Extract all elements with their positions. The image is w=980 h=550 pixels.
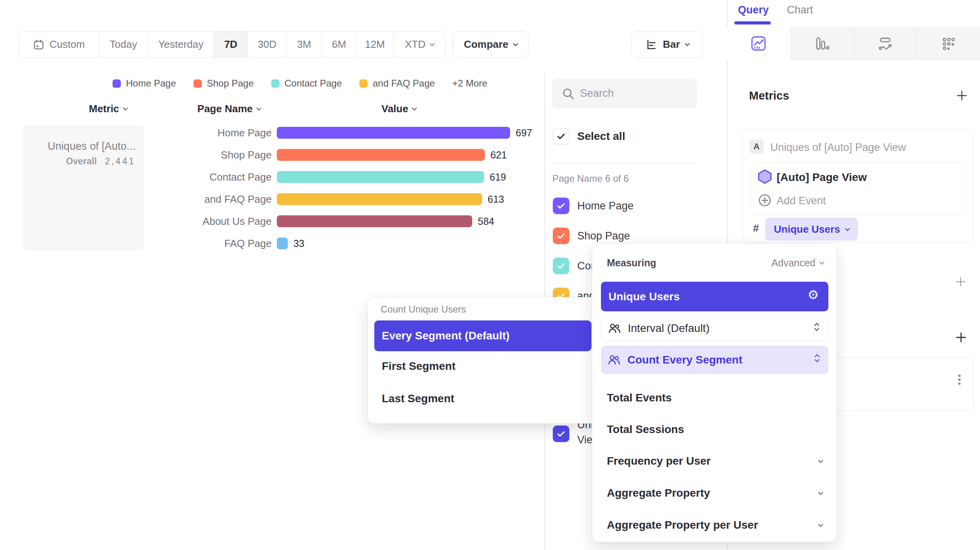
measurement-chip[interactable]: Unique Users bbox=[765, 218, 858, 241]
option-aggregate-property[interactable]: Aggregate Property bbox=[607, 487, 822, 499]
tab-chart[interactable]: Chart bbox=[787, 4, 813, 16]
metric-overall: Overall 2,441 bbox=[66, 156, 135, 167]
chart-bar[interactable] bbox=[277, 215, 472, 227]
checkbox-checked[interactable] bbox=[553, 228, 569, 244]
bar-row: Home Page 697 bbox=[166, 124, 532, 141]
bar-chart-icon bbox=[813, 35, 831, 52]
search-box bbox=[552, 79, 697, 108]
active-tab-indicator bbox=[734, 21, 771, 24]
measuring-dropdown: Measuring Advanced Unique Users ⚙ Interv… bbox=[592, 243, 837, 542]
option-unique-users[interactable]: Unique Users ⚙ bbox=[601, 282, 828, 311]
chart-bar[interactable] bbox=[277, 171, 484, 183]
bar-value: 697 bbox=[516, 127, 532, 139]
kebab-menu-icon[interactable] bbox=[958, 373, 961, 386]
date-range-today[interactable]: Today bbox=[99, 32, 148, 57]
date-range-xtd[interactable]: XTD bbox=[394, 32, 445, 57]
date-range-custom[interactable]: Custom bbox=[19, 32, 99, 57]
option-aggregate-property-per-user[interactable]: Aggregate Property per User bbox=[607, 519, 822, 531]
dropdown-title: Count Unique Users bbox=[381, 304, 466, 315]
option-frequency-per-user[interactable]: Frequency per User bbox=[607, 455, 822, 467]
chevron-down-icon bbox=[819, 260, 824, 265]
legend-swatch bbox=[271, 79, 280, 88]
select-all-checkbox[interactable] bbox=[553, 128, 569, 145]
date-range-label: Custom bbox=[49, 38, 85, 51]
date-range-30d[interactable]: 30D bbox=[248, 32, 287, 57]
checkbox-checked[interactable] bbox=[553, 198, 569, 214]
stepper-icon bbox=[815, 324, 819, 332]
column-header-page-name[interactable]: Page Name bbox=[170, 103, 261, 115]
legend-item[interactable]: Contact Page bbox=[271, 78, 342, 89]
filter-item-home-page[interactable]: Home Page bbox=[553, 198, 634, 214]
date-range-yesterday[interactable]: Yesterday bbox=[148, 32, 214, 57]
bar-value: 584 bbox=[478, 216, 494, 227]
chevron-down-icon bbox=[818, 458, 823, 463]
legend-more[interactable]: +2 More bbox=[452, 78, 487, 89]
compare-button[interactable]: Compare bbox=[452, 31, 529, 58]
add-metric-button[interactable] bbox=[956, 89, 968, 102]
chevron-down-icon bbox=[818, 522, 823, 527]
metric-summary-card[interactable]: Uniques of [Auto... Overall 2,441 bbox=[23, 125, 144, 251]
insights-line-chart-icon bbox=[750, 35, 767, 52]
check-icon bbox=[556, 429, 566, 439]
date-range-12m[interactable]: 12M bbox=[357, 32, 394, 57]
option-count-every-segment[interactable]: Count Every Segment bbox=[601, 346, 828, 374]
gear-icon[interactable]: ⚙ bbox=[807, 288, 819, 301]
option-first-segment[interactable]: First Segment bbox=[382, 360, 456, 373]
sort-chevron-icon bbox=[123, 105, 128, 111]
column-header-metric[interactable]: Metric bbox=[89, 103, 127, 115]
legend-item[interactable]: Home Page bbox=[113, 78, 176, 89]
checkbox-checked[interactable] bbox=[553, 426, 569, 442]
legend-swatch bbox=[113, 79, 121, 88]
chart-type-tab-insights[interactable] bbox=[727, 27, 790, 60]
column-header-value[interactable]: Value bbox=[381, 103, 416, 115]
bar-value: 33 bbox=[293, 238, 304, 249]
users-icon bbox=[608, 322, 621, 335]
legend-item[interactable]: and FAQ Page bbox=[359, 78, 435, 89]
option-total-events[interactable]: Total Events bbox=[607, 392, 672, 404]
segment-count-dropdown: Count Unique Users Every Segment (Defaul… bbox=[368, 297, 597, 424]
chart-legend: Home Page Shop Page Contact Page and FAQ… bbox=[113, 78, 487, 89]
date-range-toolbar: Custom Today Yesterday 7D 30D 3M 6M 12M … bbox=[19, 31, 445, 58]
option-interval[interactable]: Interval (Default) bbox=[601, 316, 828, 341]
chart-bar[interactable] bbox=[277, 237, 288, 249]
chart-bar[interactable] bbox=[277, 127, 510, 139]
option-total-sessions[interactable]: Total Sessions bbox=[607, 423, 684, 436]
filter-item-shop-page[interactable]: Shop Page bbox=[553, 228, 630, 244]
metrics-card: A Uniques of [Auto] Page View [Auto] Pag… bbox=[742, 130, 974, 243]
event-box: [Auto] Page View Add Event bbox=[750, 162, 966, 215]
advanced-toggle[interactable]: Advanced bbox=[772, 257, 824, 269]
filter-item-truncated[interactable] bbox=[553, 426, 569, 442]
add-breakdown-button[interactable] bbox=[955, 331, 967, 344]
date-range-7d[interactable]: 7D bbox=[214, 32, 248, 57]
chart-type-button[interactable]: Bar bbox=[631, 31, 702, 58]
filter-section-label: Page Name 6 of 6 bbox=[552, 173, 629, 184]
add-filter-button[interactable] bbox=[955, 276, 967, 288]
metrics-heading: Metrics bbox=[749, 89, 789, 102]
legend-swatch bbox=[193, 79, 202, 88]
sort-chevron-icon bbox=[412, 105, 417, 111]
option-every-segment[interactable]: Every Segment (Default) bbox=[374, 320, 591, 351]
date-range-3m[interactable]: 3M bbox=[287, 32, 322, 57]
tab-query[interactable]: Query bbox=[738, 4, 769, 16]
bar-row: Shop Page 621 bbox=[166, 146, 507, 164]
bar-value: 619 bbox=[490, 171, 506, 183]
check-icon bbox=[556, 201, 566, 211]
chart-bar[interactable] bbox=[277, 149, 485, 161]
event-name[interactable]: [Auto] Page View bbox=[777, 171, 867, 184]
chart-type-tab-funnels[interactable] bbox=[790, 27, 853, 60]
chart-bar[interactable] bbox=[277, 193, 482, 205]
add-event-button[interactable]: Add Event bbox=[777, 195, 826, 207]
sort-chevron-icon bbox=[256, 105, 261, 111]
date-range-6m[interactable]: 6M bbox=[322, 32, 357, 57]
option-last-segment[interactable]: Last Segment bbox=[382, 392, 454, 405]
legend-item[interactable]: Shop Page bbox=[193, 78, 254, 89]
calendar-icon bbox=[33, 39, 45, 51]
chart-type-tab-retention[interactable] bbox=[916, 27, 980, 60]
checkbox-checked[interactable] bbox=[553, 258, 569, 274]
legend-swatch bbox=[359, 79, 368, 88]
check-icon bbox=[556, 261, 566, 271]
select-all-row[interactable]: Select all bbox=[553, 128, 625, 145]
chart-type-tab-flows[interactable] bbox=[853, 27, 916, 60]
metric-title: Uniques of [Auto] Page View bbox=[770, 141, 906, 154]
metric-title: Uniques of [Auto... bbox=[48, 140, 135, 153]
